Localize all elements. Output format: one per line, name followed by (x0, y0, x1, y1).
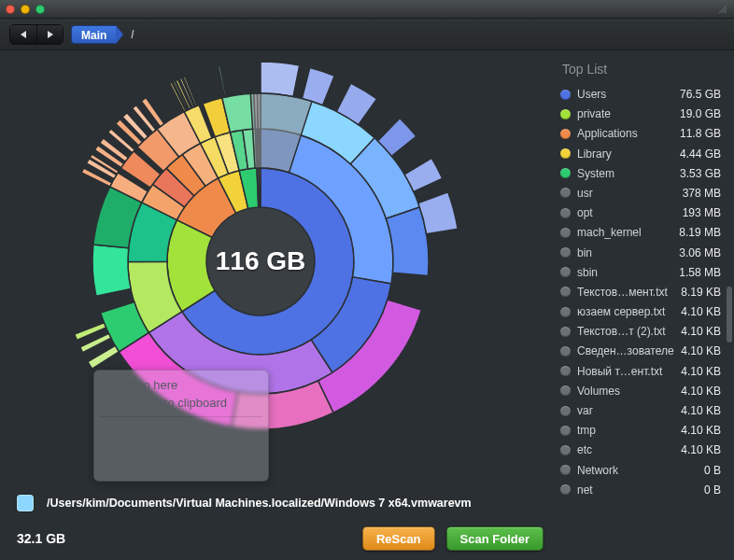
top-list-color-dot (560, 426, 571, 436)
top-list-row[interactable]: юзаем сервер.txt4.10 KB (560, 303, 721, 320)
top-list-size: 11.8 GB (680, 127, 721, 140)
ctx-zoom-to-here[interactable]: Zoom to here (94, 376, 268, 394)
top-list-color-dot (560, 208, 571, 218)
top-list-row[interactable]: Volumes4.10 KB (560, 383, 721, 399)
scrollbar-thumb[interactable] (727, 287, 732, 343)
top-list-color-dot (560, 307, 571, 317)
back-button[interactable] (10, 25, 36, 44)
top-list-name: bin (577, 246, 673, 259)
top-list-row[interactable]: Текстов…мент.txt8.19 KB (560, 284, 721, 301)
top-list-row[interactable]: net0 B (560, 482, 721, 498)
top-list-row[interactable]: bin3.06 MB (560, 245, 721, 261)
top-list-name: sbin (577, 266, 673, 279)
top-list-size: 4.10 KB (681, 385, 721, 398)
top-list-row[interactable]: Users76.5 GB (560, 86, 721, 103)
top-list-color-dot (560, 168, 571, 178)
top-list-row[interactable]: tmp4.10 KB (560, 422, 721, 439)
top-list-color-dot (560, 385, 571, 396)
top-list-name: Новый т…ент.txt (577, 365, 675, 378)
top-list-row[interactable]: usr378 MB (560, 185, 721, 202)
top-list-row[interactable]: System3.53 GB (560, 165, 721, 182)
top-list-name: Applications (577, 127, 674, 140)
top-list-size: 0 B (704, 483, 721, 497)
top-list-size: 1.58 MB (679, 266, 721, 279)
top-list-color-dot (560, 247, 571, 258)
top-list-row[interactable]: etc4.10 KB (560, 441, 721, 458)
window-titlebar (0, 0, 734, 19)
top-list-row[interactable]: sbin1.58 MB (560, 264, 721, 281)
minimize-window-button[interactable] (21, 5, 30, 14)
history-nav (9, 24, 64, 45)
breadcrumb-main[interactable]: Main (71, 25, 116, 44)
top-list-color-dot (560, 90, 571, 100)
ctx-copy-path[interactable]: Copy path to clipboard (94, 394, 268, 412)
top-list-row[interactable]: Текстов…т (2).txt4.10 KB (560, 323, 721, 340)
top-list-size: 4.10 KB (681, 424, 721, 437)
top-list-row[interactable]: Новый т…ент.txt4.10 KB (560, 363, 721, 380)
top-list-size: 4.10 KB (681, 344, 721, 357)
ctx-open[interactable]: Open (94, 422, 268, 440)
top-list-size: 76.5 GB (680, 88, 721, 101)
top-list-size: 4.44 GB (680, 147, 721, 161)
sunburst-panel: 116 GB Zoom to here Copy path to clipboa… (0, 50, 555, 560)
top-list-row[interactable]: Library4.44 GB (560, 146, 721, 162)
top-list-color-dot (560, 148, 571, 159)
top-list-panel: Top List Users76.5 GBprivate19.0 GBAppli… (555, 50, 734, 560)
top-list-name: mach_kernel (577, 226, 673, 239)
top-list-color-dot (560, 366, 571, 376)
top-list-size: 8.19 MB (679, 226, 721, 239)
breadcrumb: Main / (71, 25, 138, 44)
breadcrumb-root[interactable]: / (116, 25, 137, 44)
top-list-size: 378 MB (683, 187, 721, 200)
top-list-name: System (577, 167, 674, 180)
top-list-name: tmp (577, 424, 675, 437)
top-list-color-dot (560, 445, 571, 455)
top-list-row[interactable]: Applications11.8 GB (560, 125, 721, 142)
top-list-size: 8.19 KB (681, 286, 721, 299)
top-list-name: Сведен…зователе (577, 344, 675, 357)
scrollbar[interactable] (727, 108, 732, 554)
top-list-name: var (577, 404, 675, 417)
top-list-size: 4.10 KB (681, 404, 721, 417)
top-list-size: 193 MB (683, 206, 721, 219)
top-list-size: 4.10 KB (681, 365, 721, 378)
top-list-row[interactable]: Сведен…зователе4.10 KB (560, 343, 721, 359)
top-list-name: opt (577, 206, 677, 219)
top-list-size: 4.10 KB (681, 305, 721, 318)
top-list-row[interactable]: mach_kernel8.19 MB (560, 224, 721, 241)
ctx-trash[interactable]: Trash (94, 457, 268, 475)
top-list-color-dot (560, 188, 571, 198)
top-list-name: private (577, 107, 674, 120)
selection-path: /Users/kim/Documents/Virtual Machines.lo… (47, 497, 472, 510)
forward-button[interactable] (36, 25, 63, 44)
top-list-color-dot (560, 228, 571, 238)
zoom-window-button[interactable] (35, 5, 45, 14)
top-list-size: 19.0 GB (680, 107, 721, 120)
top-list-color-dot (560, 287, 571, 297)
top-list-size: 3.53 GB (680, 167, 721, 180)
top-list-size: 3.06 MB (679, 246, 721, 259)
top-list-name: юзаем сервер.txt (577, 305, 675, 318)
top-list-title: Top List (562, 62, 721, 77)
top-list-color-dot (560, 484, 571, 495)
close-window-button[interactable] (6, 5, 15, 14)
resize-corner-icon (717, 4, 728, 15)
top-list-color-dot (560, 327, 571, 337)
ctx-reveal[interactable]: Reveal in Finder (94, 440, 268, 457)
top-list-name: Network (577, 464, 699, 477)
top-list-name: net (577, 483, 699, 497)
rescan-button[interactable]: ReScan (362, 526, 435, 551)
top-list-row[interactable]: var4.10 KB (560, 402, 721, 419)
top-list-name: etc (577, 443, 675, 456)
context-menu: Zoom to here Copy path to clipboard Open… (93, 370, 269, 482)
top-list-name: Users (577, 88, 674, 101)
top-list-row[interactable]: Network0 B (560, 462, 721, 479)
top-list-name: Текстов…т (2).txt (577, 325, 675, 338)
top-list-color-dot (560, 346, 571, 357)
top-list-row[interactable]: private19.0 GB (560, 105, 721, 122)
top-list: Users76.5 GBprivate19.0 GBApplications11… (560, 86, 721, 498)
top-list-size: 0 B (704, 464, 721, 477)
scan-folder-button[interactable]: Scan Folder (446, 526, 543, 551)
top-list-color-dot (560, 465, 571, 475)
top-list-row[interactable]: opt193 MB (560, 204, 721, 221)
